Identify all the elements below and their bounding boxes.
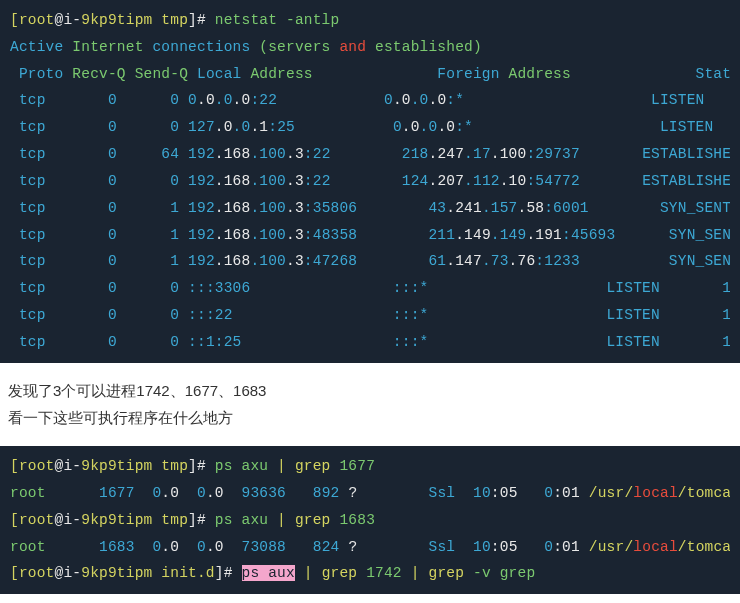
table-row: tcp 0 0 :::22 :::* LISTEN 1273/sshd xyxy=(10,302,730,329)
table-row: tcp 0 1 192.168.100.3:47268 61.147.73.76… xyxy=(10,248,730,275)
table-row: tcp 0 1 192.168.100.3:48358 211.149.149.… xyxy=(10,222,730,249)
body-line-1: 发现了3个可以进程1742、1677、1683 xyxy=(8,377,732,405)
ps-output-1: root 1677 0.0 0.0 93636 892 ? Ssl 10:05 … xyxy=(10,480,730,507)
table-header: Proto Recv-Q Send-Q Local Address Foreig… xyxy=(10,61,730,88)
ps-output-2: root 1683 0.0 0.0 73088 824 ? Ssl 10:05 … xyxy=(10,534,730,561)
table-row: tcp 0 0 ::1:25 :::* LISTEN 1655/master xyxy=(10,329,730,356)
prompt-line-2: [root@i-9kp9tipm tmp]# ps axu | grep 167… xyxy=(10,453,730,480)
body-line-2: 看一下这些可执行程序在什么地方 xyxy=(8,404,732,432)
table-row: tcp 0 0 :::3306 :::* LISTEN 1508/mysqld xyxy=(10,275,730,302)
table-row: tcp 0 0 192.168.100.3:22 124.207.112.10:… xyxy=(10,168,730,195)
prompt-dir: tmp xyxy=(161,12,188,28)
prompt-line-4: [root@i-9kp9tipm init.d]# ps aux | grep … xyxy=(10,560,730,587)
prompt-line-1: [root@i-9kp9tipm tmp]# netstat -antlp xyxy=(10,7,730,34)
prompt-at: @i- xyxy=(55,12,82,28)
prompt-user: [root xyxy=(10,12,55,28)
command-text: netstat -antlp xyxy=(215,12,340,28)
terminal-output-2: [root@i-9kp9tipm tmp]# ps axu | grep 167… xyxy=(0,446,740,594)
description-text: 发现了3个可以进程1742、1677、1683 看一下这些可执行程序在什么地方 xyxy=(0,363,740,447)
active-connections-line: Active Internet connections (servers and… xyxy=(10,34,730,61)
prompt-close: ]# xyxy=(188,12,206,28)
table-row: tcp 0 0 127.0.0.1:25 0.0.0.0:* LISTEN 16… xyxy=(10,114,730,141)
table-row: tcp 0 1 192.168.100.3:35806 43.241.157.5… xyxy=(10,195,730,222)
table-row: tcp 0 64 192.168.100.3:22 218.247.17.100… xyxy=(10,141,730,168)
prompt-line-3: [root@i-9kp9tipm tmp]# ps axu | grep 168… xyxy=(10,507,730,534)
terminal-output-1: [root@i-9kp9tipm tmp]# netstat -antlp Ac… xyxy=(0,0,740,363)
table-row: tcp 0 0 0.0.0.0:22 0.0.0.0:* LISTEN 1273… xyxy=(10,87,730,114)
prompt-host: 9kp9tipm xyxy=(81,12,152,28)
highlighted-cmd: ps aux xyxy=(242,565,295,581)
